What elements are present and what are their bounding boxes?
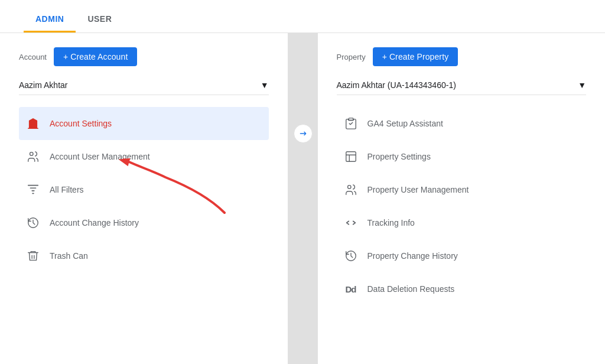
tab-admin[interactable]: ADMIN	[24, 5, 76, 32]
account-dropdown-value: Aazim Akhtar	[19, 80, 67, 90]
building-icon	[26, 116, 40, 131]
users-icon-right	[344, 183, 358, 197]
right-panel: Property + Create Property Aazim Akhtar …	[318, 33, 606, 364]
filter-icon	[26, 183, 40, 197]
right-panel-header: Property + Create Property	[337, 47, 587, 66]
tab-user[interactable]: USER	[76, 5, 123, 32]
trash-icon	[26, 249, 40, 263]
dd-icon: Dd	[344, 282, 358, 296]
menu-item-ga4-setup[interactable]: GA4 Setup Assistant	[337, 107, 587, 140]
left-panel: Account + Create Account Aazim Akhtar ▼ …	[0, 33, 288, 364]
left-menu: Account Settings Account User Management	[19, 107, 269, 272]
clipboard-icon	[344, 116, 358, 131]
menu-item-account-user-management[interactable]: Account User Management	[19, 140, 269, 173]
vertical-divider	[288, 33, 318, 364]
menu-item-trash-can[interactable]: Trash Can	[19, 239, 269, 272]
property-user-management-label: Property User Management	[367, 185, 469, 194]
code-icon	[344, 216, 358, 230]
users-icon-left	[26, 150, 40, 164]
property-settings-label: Property Settings	[367, 152, 431, 161]
svg-point-3	[347, 186, 351, 189]
menu-item-account-change-history[interactable]: Account Change History	[19, 206, 269, 239]
property-dropdown[interactable]: Aazim Akhtar (UA-144343460-1) ▼	[337, 76, 587, 95]
account-user-management-label: Account User Management	[50, 152, 150, 161]
menu-item-all-filters[interactable]: All Filters	[19, 173, 269, 206]
account-settings-label: Account Settings	[50, 119, 112, 128]
left-panel-header: Account + Create Account	[19, 47, 269, 66]
menu-item-tracking-info[interactable]: Tracking Info	[337, 206, 587, 239]
arrow-circle-icon	[294, 124, 313, 143]
create-property-button[interactable]: + Create Property	[373, 47, 458, 66]
account-dropdown[interactable]: Aazim Akhtar ▼	[19, 76, 269, 95]
menu-item-account-settings[interactable]: Account Settings	[19, 107, 269, 140]
menu-item-property-change-history[interactable]: Property Change History	[337, 239, 587, 272]
trash-can-label: Trash Can	[50, 251, 88, 261]
property-change-history-label: Property Change History	[367, 251, 458, 261]
all-filters-label: All Filters	[50, 185, 84, 194]
account-dropdown-arrow: ▼	[261, 80, 269, 90]
menu-item-property-settings[interactable]: Property Settings	[337, 140, 587, 173]
tracking-info-label: Tracking Info	[367, 218, 415, 228]
history-icon-right	[344, 249, 358, 263]
property-dropdown-value: Aazim Akhtar (UA-144343460-1)	[337, 80, 456, 90]
property-dropdown-arrow: ▼	[578, 80, 586, 90]
account-label: Account	[19, 53, 47, 61]
svg-point-0	[30, 152, 34, 156]
tab-bar: ADMIN USER	[0, 0, 605, 33]
account-change-history-label: Account Change History	[50, 218, 139, 228]
right-menu: GA4 Setup Assistant Property Settings	[337, 107, 587, 306]
main-content: Account + Create Account Aazim Akhtar ▼ …	[0, 33, 605, 364]
layout-icon	[344, 150, 358, 164]
history-icon-left	[26, 216, 40, 230]
data-deletion-label: Data Deletion Requests	[367, 284, 455, 294]
menu-item-property-user-management[interactable]: Property User Management	[337, 173, 587, 206]
property-label: Property	[337, 53, 366, 61]
svg-rect-2	[346, 152, 356, 162]
ga4-setup-label: GA4 Setup Assistant	[367, 119, 443, 128]
create-account-button[interactable]: + Create Account	[54, 47, 137, 66]
menu-item-data-deletion[interactable]: Dd Data Deletion Requests	[337, 272, 587, 306]
